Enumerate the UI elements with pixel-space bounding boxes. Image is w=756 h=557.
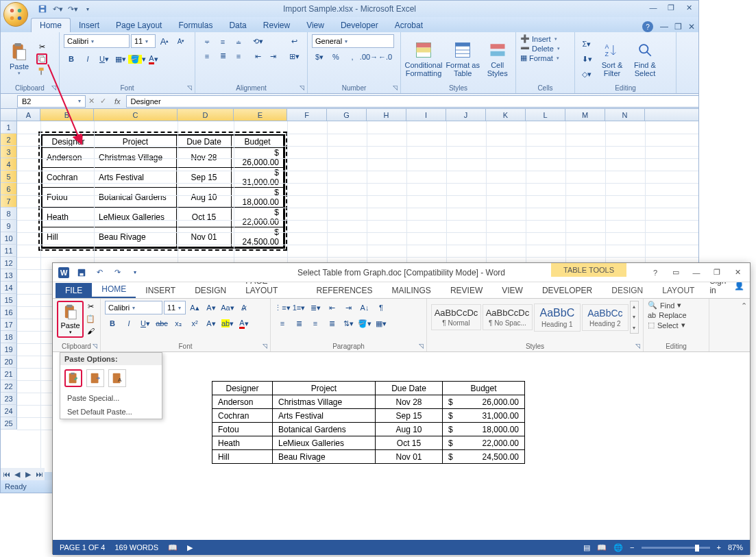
read-mode-icon[interactable]: 📖 xyxy=(597,543,607,552)
word-styles-launcher-icon[interactable]: ◹ xyxy=(633,342,642,350)
word-redo-icon[interactable]: ↷ xyxy=(110,266,124,280)
paste-keep-source-icon[interactable] xyxy=(64,369,82,387)
cut-icon[interactable]: ✂ xyxy=(36,41,47,52)
undo-icon[interactable]: ↶▾ xyxy=(51,3,64,15)
tab-formulas[interactable]: Formulas xyxy=(170,18,221,32)
help-icon[interactable]: ? xyxy=(642,21,653,32)
word-align-center-icon[interactable]: ≣ xyxy=(291,317,306,330)
style-item-3[interactable]: AaBbCcHeading 2 xyxy=(582,304,629,331)
prev-sheet-icon[interactable]: ◀ xyxy=(12,469,23,480)
tab-view[interactable]: View xyxy=(298,18,332,32)
row-header-20[interactable]: 20 xyxy=(1,356,17,368)
grow-font-icon[interactable]: A▴ xyxy=(157,34,172,48)
cell-styles-button[interactable]: Cell Styles xyxy=(483,40,511,77)
row-header-25[interactable]: 25 xyxy=(1,417,17,430)
number-format-combo[interactable]: General xyxy=(312,34,394,48)
proofing-icon[interactable]: 📖 xyxy=(168,543,178,552)
ribbon-minimize-icon[interactable]: — xyxy=(657,21,671,32)
decrease-indent-icon[interactable]: ⇤ xyxy=(250,49,265,63)
word-font-launcher-icon[interactable]: ◹ xyxy=(260,342,269,350)
row-header-13[interactable]: 13 xyxy=(1,269,17,282)
fill-icon[interactable]: ⬇▾ xyxy=(579,52,594,66)
row-header-2[interactable]: 2 xyxy=(1,134,17,146)
row-header-7[interactable]: 7 xyxy=(1,195,17,208)
format-cells-button[interactable]: ▦Format xyxy=(520,53,570,62)
format-as-table-button[interactable]: Format as Table xyxy=(445,40,480,77)
align-left-icon[interactable]: ≡ xyxy=(199,49,215,63)
column-header-F[interactable]: F xyxy=(287,109,327,121)
next-sheet-icon[interactable]: ▶ xyxy=(23,469,34,480)
row-header-12[interactable]: 12 xyxy=(1,257,17,269)
word-justify-icon[interactable]: ≣ xyxy=(324,317,339,330)
align-bottom-icon[interactable]: ⫨ xyxy=(231,35,246,49)
row-header-23[interactable]: 23 xyxy=(1,393,17,405)
column-header-C[interactable]: C xyxy=(94,109,178,121)
word-inc-indent-icon[interactable]: ⇥ xyxy=(341,301,356,314)
tab-review[interactable]: Review xyxy=(255,18,298,32)
word-document-area[interactable]: Paste Options: A Paste Special... Set De… xyxy=(53,352,750,540)
word-help-icon[interactable]: ? xyxy=(646,266,665,280)
word-tab-table-layout[interactable]: LAYOUT xyxy=(653,283,704,298)
row-header-18[interactable]: 18 xyxy=(1,331,17,343)
formula-input[interactable] xyxy=(126,95,698,108)
word-tab-references[interactable]: REFERENCES xyxy=(307,283,382,298)
wrap-text-icon[interactable]: ↩ xyxy=(284,34,304,48)
tab-insert[interactable]: Insert xyxy=(71,18,108,32)
borders-icon[interactable]: ▦▾ xyxy=(374,317,389,330)
word-font-combo[interactable]: Calibri xyxy=(105,301,162,314)
font-name-combo[interactable]: Calibri xyxy=(64,34,130,48)
word-tab-table-design[interactable]: DESIGN xyxy=(602,283,653,298)
row-header-19[interactable]: 19 xyxy=(1,343,17,356)
row-header-10[interactable]: 10 xyxy=(1,232,17,245)
comma-icon[interactable]: , xyxy=(345,50,360,64)
page-indicator[interactable]: PAGE 1 OF 4 xyxy=(60,543,105,552)
enter-icon[interactable]: ✓ xyxy=(100,97,106,106)
row-header-5[interactable]: 5 xyxy=(1,171,17,183)
word-paste-button[interactable]: Paste ▾ xyxy=(57,301,84,338)
word-bold-button[interactable]: B xyxy=(105,317,120,330)
paste-merge-icon[interactable] xyxy=(86,369,104,387)
font-color-button[interactable]: A▾ xyxy=(146,52,161,66)
print-layout-icon[interactable]: ▤ xyxy=(583,543,590,552)
word-font-color-icon[interactable]: A▾ xyxy=(236,317,252,330)
row-header-15[interactable]: 15 xyxy=(1,294,17,306)
macro-icon[interactable]: ▶ xyxy=(187,543,193,552)
alignment-launcher-icon[interactable]: ◹ xyxy=(297,84,306,92)
word-clipboard-launcher-icon[interactable]: ◹ xyxy=(90,342,99,350)
fx-icon[interactable]: fx xyxy=(114,97,121,106)
align-center-icon[interactable]: ≣ xyxy=(215,49,230,63)
column-header-N[interactable]: N xyxy=(605,109,645,121)
word-count[interactable]: 169 WORDS xyxy=(114,543,158,552)
minimize-button[interactable]: — xyxy=(646,2,660,13)
word-undo-icon[interactable]: ↶ xyxy=(93,266,106,280)
restore-button[interactable]: ❐ xyxy=(664,2,678,13)
word-close-button[interactable]: ✕ xyxy=(728,266,747,280)
style-item-0[interactable]: AaBbCcDc¶ Normal xyxy=(431,304,481,330)
collapse-ribbon-icon[interactable]: ⌃ xyxy=(738,299,750,351)
tab-home[interactable]: Home xyxy=(31,18,71,32)
decrease-decimal-icon[interactable]: ←.0 xyxy=(378,50,393,64)
column-header-J[interactable]: J xyxy=(446,109,486,121)
autosum-icon[interactable]: Σ▾ xyxy=(579,37,594,51)
redo-icon[interactable]: ↷▾ xyxy=(66,3,79,15)
underline-button[interactable]: U▾ xyxy=(97,52,112,66)
column-header-M[interactable]: M xyxy=(565,109,605,121)
office-button[interactable] xyxy=(3,2,28,27)
word-format-painter-icon[interactable]: 🖌 xyxy=(85,325,96,336)
align-top-icon[interactable]: ⫧ xyxy=(199,35,215,49)
tab-developer[interactable]: Developer xyxy=(332,18,387,32)
word-replace-button[interactable]: abReplace xyxy=(648,311,705,319)
row-header-16[interactable]: 16 xyxy=(1,306,17,319)
row-header-11[interactable]: 11 xyxy=(1,245,17,257)
word-paragraph-launcher-icon[interactable]: ◹ xyxy=(417,342,425,350)
paste-special-item[interactable]: Paste Special... xyxy=(60,391,162,405)
word-tab-review[interactable]: REVIEW xyxy=(441,283,492,298)
close-button[interactable]: ✕ xyxy=(682,2,696,13)
word-tab-view[interactable]: VIEW xyxy=(492,283,533,298)
column-header-G[interactable]: G xyxy=(327,109,367,121)
word-restore-button[interactable]: ❐ xyxy=(707,266,727,280)
tab-data[interactable]: Data xyxy=(221,18,254,32)
column-header-L[interactable]: L xyxy=(526,109,565,121)
zoom-slider[interactable] xyxy=(642,547,710,549)
fill-color-button[interactable]: 🪣▾ xyxy=(130,52,145,66)
